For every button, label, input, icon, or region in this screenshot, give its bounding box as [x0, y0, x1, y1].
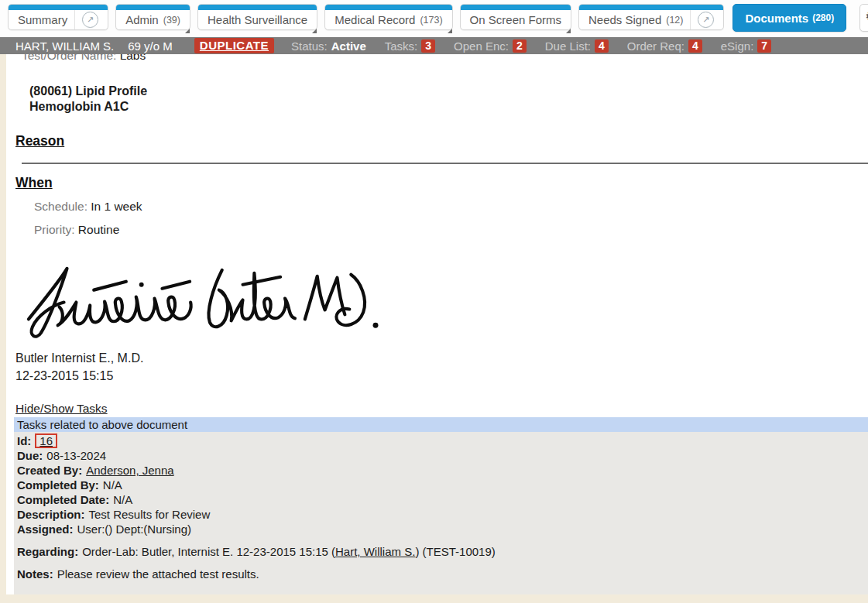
ordered-tests-list: (80061) Lipid Profile Hemoglobin A1C — [29, 84, 868, 115]
tab-health-surveillance[interactable]: Health Surveillance — [197, 4, 317, 30]
task-field-created-by: Created By:Anderson, Jenna — [17, 463, 860, 478]
test-order-value: Labs — [120, 54, 146, 62]
tab-documents-count: (280) — [812, 12, 834, 23]
task-field-completed-date: Completed Date:N/A — [17, 492, 860, 507]
due-list-counter[interactable]: Due List: 4 — [545, 39, 609, 53]
task-id-link[interactable]: 16 — [39, 434, 53, 447]
tab-medical-record[interactable]: Medical Record (173) — [324, 4, 452, 30]
status-value: Active — [331, 39, 366, 53]
task-field-completed-by: Completed By:N/A — [17, 478, 860, 492]
task-field-id: Id:16 — [17, 433, 860, 448]
tab-admin-count: (39) — [163, 15, 180, 26]
task-completed-by-value: N/A — [103, 478, 122, 492]
esign-counter[interactable]: eSign: 7 — [721, 39, 771, 53]
task-description-label: Description: — [17, 508, 85, 521]
due-list-counter-badge[interactable]: 4 — [595, 39, 609, 53]
section-divider — [22, 163, 868, 164]
tasks-panel-body: Id:16 Due:08-13-2024 Created By:Anderson… — [14, 432, 868, 594]
tab-accent-bar — [116, 5, 190, 10]
tab-needs-signed[interactable]: Needs Signed (12) ↗ — [578, 4, 724, 30]
tab-needs-signed-extra: ↗ — [690, 10, 714, 29]
reason-heading: Reason — [15, 133, 868, 149]
tab-admin-label: Admin — [125, 13, 159, 26]
tab-summary[interactable]: Summary ↗ — [8, 4, 108, 30]
test-order-label: Test/Order Name: — [22, 54, 116, 62]
schedule-row: Schedule: In 1 week — [34, 199, 868, 214]
patient-age-sex: 69 y/o M — [128, 39, 173, 53]
task-assigned-value: User:() Dept:(Nursing) — [77, 522, 192, 536]
tab-summary-extra: ↗ — [74, 10, 98, 29]
open-enc-counter-badge[interactable]: 2 — [513, 39, 527, 53]
open-enc-counter[interactable]: Open Enc: 2 — [454, 39, 527, 53]
popout-arrow-icon[interactable]: ↗ — [82, 12, 98, 28]
patient-banner: HART, WILLIAM S. 69 y/o M DUPLICATE Stat… — [0, 37, 868, 54]
tab-needs-signed-count: (12) — [666, 15, 683, 26]
tab-accent-bar — [325, 5, 451, 10]
handwritten-signature-image — [20, 258, 383, 346]
hide-show-tasks-link[interactable]: Hide/Show Tasks — [15, 402, 108, 416]
tasks-counter-badge[interactable]: 3 — [421, 39, 435, 53]
tab-summary-label: Summary — [18, 13, 67, 26]
open-enc-counter-label: Open Enc: — [454, 39, 509, 53]
task-field-due: Due:08-13-2024 — [17, 448, 860, 463]
tab-accent-bar — [579, 5, 723, 10]
tab-needs-signed-label: Needs Signed — [588, 13, 661, 26]
tasks-counter[interactable]: Tasks: 3 — [385, 39, 435, 53]
dropdown-corner-icon[interactable] — [448, 29, 452, 33]
task-notes-value: Please review the attached test results. — [57, 567, 259, 581]
tab-on-screen-forms-label: On Screen Forms — [470, 13, 561, 26]
popout-arrow-glyph: ↗ — [87, 15, 94, 24]
task-id-label: Id: — [17, 434, 31, 447]
task-notes-label: Notes: — [17, 567, 53, 581]
tab-accent-bar — [9, 5, 108, 10]
tab-accent-bar — [198, 5, 317, 10]
task-field-description: Description:Test Results for Review — [17, 507, 860, 522]
task-completed-by-label: Completed By: — [17, 478, 99, 492]
settings-button[interactable]: ⚙ ⚙ — [859, 4, 868, 32]
tab-documents-active[interactable]: Documents (280) — [732, 4, 846, 32]
priority-label: Priority: — [34, 223, 75, 236]
popout-arrow-icon[interactable]: ↗ — [698, 12, 714, 28]
page-frame: Test/Order Name: Labs (80061) Lipid Prof… — [0, 54, 868, 603]
dropdown-corner-icon[interactable] — [566, 29, 571, 33]
ordered-test-item: (80061) Lipid Profile — [29, 84, 868, 99]
esign-counter-badge[interactable]: 7 — [757, 39, 771, 53]
document-pane: Test/Order Name: Labs (80061) Lipid Prof… — [6, 54, 868, 594]
ordered-test-item: Hemoglobin A1C — [29, 99, 868, 115]
status-label: Status: — [291, 39, 328, 53]
tasks-counter-label: Tasks: — [385, 39, 418, 53]
patient-name: HART, WILLIAM S. — [15, 39, 114, 53]
task-id-highlight-box: 16 — [35, 433, 57, 448]
task-due-label: Due: — [17, 449, 43, 462]
tab-admin[interactable]: Admin (39) — [115, 4, 190, 30]
dropdown-corner-icon[interactable] — [312, 29, 317, 33]
task-assigned-label: Assigned: — [17, 522, 74, 536]
task-due-value: 08-13-2024 — [46, 449, 106, 462]
priority-row: Priority: Routine — [34, 222, 868, 238]
gear-icon: ⚙ — [865, 10, 868, 23]
top-tab-bar: Summary ↗ Admin (39) Health Surveillance… — [0, 0, 868, 37]
task-regarding-patient-link[interactable]: Hart, William S. — [335, 545, 415, 558]
esign-counter-label: eSign: — [721, 39, 754, 53]
tasks-panel-header: Tasks related to above document — [14, 417, 868, 432]
tab-strip: Summary ↗ Admin (39) Health Surveillance… — [0, 4, 868, 32]
tab-on-screen-forms[interactable]: On Screen Forms — [460, 4, 571, 30]
tab-medical-record-count: (173) — [420, 15, 442, 26]
task-created-by-link[interactable]: Anderson, Jenna — [86, 464, 173, 477]
task-regarding-label: Regarding: — [17, 545, 78, 558]
order-req-counter[interactable]: Order Req: 4 — [627, 39, 702, 53]
dropdown-corner-icon[interactable] — [185, 29, 190, 33]
tab-documents-label: Documents — [745, 12, 808, 25]
order-req-counter-badge[interactable]: 4 — [688, 39, 702, 53]
task-field-regarding: Regarding:Order-Lab: Butler, Internist E… — [17, 544, 860, 559]
tasks-panel: Tasks related to above document Id:16 Du… — [14, 417, 868, 594]
order-req-counter-label: Order Req: — [627, 39, 684, 53]
priority-value: Routine — [78, 223, 119, 236]
duplicate-badge[interactable]: DUPLICATE — [194, 38, 274, 53]
popout-arrow-glyph: ↗ — [702, 15, 709, 24]
task-completed-date-value: N/A — [113, 493, 132, 506]
tab-accent-bar — [461, 5, 571, 10]
signed-datetime: 12-23-2015 15:15 — [15, 367, 868, 385]
tab-medical-record-label: Medical Record — [335, 13, 415, 26]
task-created-by-label: Created By: — [17, 464, 82, 477]
